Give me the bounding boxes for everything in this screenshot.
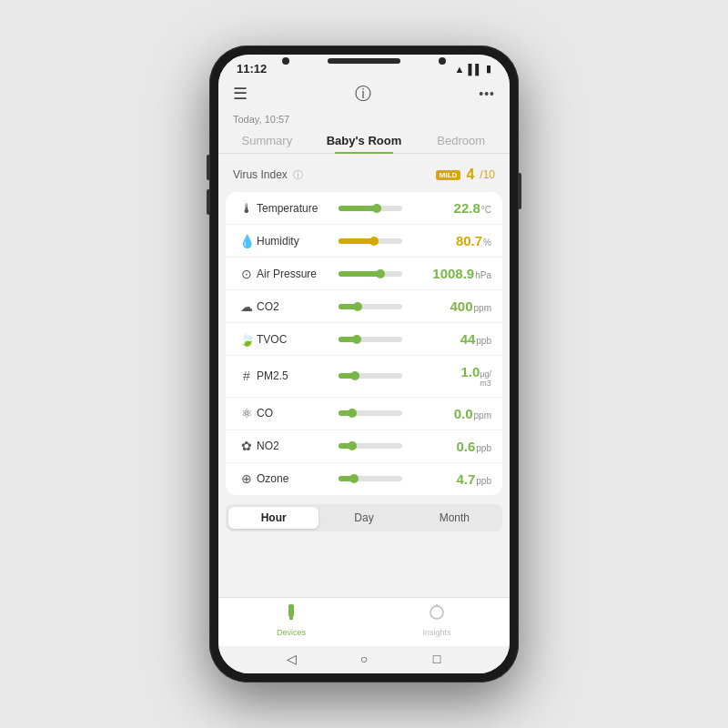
info-icon[interactable]: ⓘ [355, 83, 371, 105]
metric-icon: ⊙ [237, 267, 257, 281]
metric-icon: 💧 [237, 234, 257, 248]
metric-value: 400 [435, 298, 473, 314]
tab-summary[interactable]: Summary [218, 128, 316, 153]
metric-value: 22.8 [442, 200, 480, 216]
metric-value: 1.0 [441, 364, 480, 379]
metric-icon: ✿ [237, 439, 257, 453]
recent-button[interactable]: □ [430, 652, 444, 666]
tab-babysroom[interactable]: Baby's Room [316, 128, 413, 153]
metric-bar-container [339, 410, 428, 416]
nav-icon [282, 603, 300, 626]
metric-name: Temperature [257, 202, 331, 215]
metric-name: PM2.5 [257, 369, 331, 382]
virus-badge: MILD [436, 170, 461, 180]
metric-row: 🍃TVOC44ppb [226, 323, 502, 356]
virus-info-icon[interactable]: ⓘ [293, 168, 303, 182]
metric-bar-container [339, 337, 430, 342]
metric-bar-container [339, 271, 425, 277]
metric-value: 44 [437, 331, 475, 347]
metric-name: NO2 [257, 440, 331, 452]
signal-icon: ▌▌ [468, 64, 482, 75]
metric-row: ⊕Ozone4.7ppb [226, 463, 502, 495]
metric-value-wrapper: 1.0μg/m3 [441, 364, 491, 389]
metric-bar-track [339, 304, 402, 309]
metric-unit: hPa [475, 270, 491, 280]
metric-name: CO2 [257, 300, 331, 313]
virus-score-total: /10 [480, 168, 495, 181]
metric-row: #PM2.51.0μg/m3 [226, 356, 502, 398]
metric-bar-dot [369, 237, 379, 246]
metric-icon: ⊕ [237, 471, 257, 486]
svg-rect-0 [288, 604, 294, 617]
top-bar: ☰ ⓘ ••• [218, 79, 510, 110]
metric-row: 💧Humidity80.7% [226, 225, 502, 258]
metric-bar-track [339, 238, 402, 244]
metric-row: ⚛CO0.0ppm [226, 398, 502, 430]
metric-value-wrapper: 44ppb [437, 331, 491, 347]
battery-icon: ▮ [486, 63, 491, 75]
metric-unit: ppm [474, 303, 491, 313]
metric-bar-track [339, 271, 402, 277]
metric-name: Humidity [257, 235, 331, 248]
metric-bar-dot [349, 474, 359, 483]
metric-icon: ☁ [237, 299, 257, 314]
time-filter-btn[interactable]: Month [410, 507, 500, 529]
time-filter-btn[interactable]: Hour [228, 507, 318, 529]
metric-bar-dot [372, 204, 381, 213]
metric-bar-track [339, 373, 402, 379]
metric-icon: ⚛ [237, 406, 257, 420]
status-time: 11:12 [237, 62, 267, 76]
virus-index-section: Virus Index ⓘ MILD 4 /10 [218, 163, 510, 192]
date-row: Today, 10:57 [218, 110, 510, 125]
metric-bar-dot [352, 335, 361, 344]
metric-row: ⊙Air Pressure1008.9hPa [226, 258, 502, 290]
nav-label: Insights [422, 628, 450, 637]
nav-label: Devices [277, 628, 306, 637]
metric-bar-track [339, 443, 402, 449]
metric-value-wrapper: 4.7ppb [437, 471, 491, 487]
metric-row: ✿NO20.6ppb [226, 430, 502, 463]
metric-bar-dot [353, 302, 362, 311]
metric-list: 🌡Temperature22.8°C💧Humidity80.7%⊙Air Pre… [226, 192, 502, 495]
metric-value: 80.7 [444, 233, 482, 248]
svg-point-2 [430, 606, 443, 619]
metric-name: Ozone [257, 472, 331, 485]
metric-value: 4.7 [437, 471, 475, 487]
home-button[interactable]: ○ [357, 652, 371, 666]
tab-bedroom[interactable]: Bedroom [412, 128, 510, 153]
metric-value-wrapper: 0.0ppm [435, 406, 491, 421]
android-nav: ◁ ○ □ [218, 646, 510, 673]
metric-bar-dot [348, 441, 357, 450]
wifi-icon: ▲ [455, 64, 465, 75]
svg-rect-1 [289, 617, 293, 620]
metric-name: TVOC [257, 333, 331, 346]
more-icon[interactable]: ••• [479, 86, 495, 101]
date-label: Today, 10:57 [233, 114, 289, 125]
metric-icon: 🍃 [237, 332, 257, 347]
menu-icon[interactable]: ☰ [233, 84, 248, 104]
bottom-nav: DevicesInsights [218, 597, 510, 646]
nav-item-devices[interactable]: Devices [218, 603, 364, 637]
metric-value: 0.0 [435, 406, 473, 421]
metric-unit: μg/m3 [480, 370, 491, 389]
metric-bar-dot [350, 371, 359, 380]
time-filter-btn[interactable]: Day [318, 507, 409, 529]
metric-value-wrapper: 400ppm [435, 298, 491, 314]
metric-unit: ppb [476, 336, 491, 346]
metric-row: 🌡Temperature22.8°C [226, 192, 502, 225]
back-button[interactable]: ◁ [284, 652, 298, 666]
metric-value: 1008.9 [432, 266, 474, 281]
metric-unit: % [483, 238, 491, 248]
metric-unit: ppb [476, 476, 491, 486]
phone-screen: 11:12 ▲ ▌▌ ▮ ☰ ⓘ ••• Today, 10:57 Summar… [218, 55, 510, 673]
nav-item-insights[interactable]: Insights [364, 603, 510, 637]
metric-bar-fill [339, 206, 377, 211]
metric-unit: ppm [474, 410, 491, 420]
metric-bar-fill [339, 271, 380, 277]
metric-bar-track [339, 476, 402, 481]
metric-bar-track [339, 337, 402, 342]
metric-bar-dot [348, 409, 357, 418]
time-filter: HourDayMonth [226, 504, 502, 531]
metric-value-wrapper: 0.6ppb [437, 439, 491, 454]
status-icons: ▲ ▌▌ ▮ [455, 63, 491, 75]
